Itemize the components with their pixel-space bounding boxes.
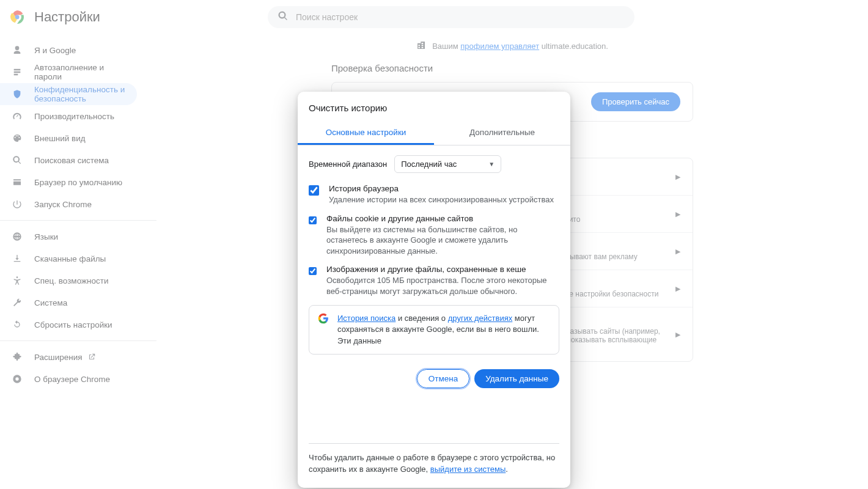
chevron-down-icon: ▼ xyxy=(488,161,495,167)
time-range-label: Временной диапазон xyxy=(309,160,387,169)
option-sub: Освободится 105 МБ пространства. После э… xyxy=(326,275,559,296)
other-activity-link[interactable]: других действиях xyxy=(448,314,513,323)
tab-basic[interactable]: Основные настройки xyxy=(298,120,434,145)
checkbox-browsing-history[interactable] xyxy=(309,185,319,196)
checkbox-cached-images[interactable] xyxy=(309,266,317,276)
time-range-dropdown[interactable]: Последний час ▼ xyxy=(394,155,501,173)
cancel-button[interactable]: Отмена xyxy=(417,369,469,388)
google-account-note: История поиска и сведения о других дейст… xyxy=(309,305,559,355)
dialog-footer: Чтобы удалить данные о работе в браузере… xyxy=(298,444,570,488)
checkbox-cookies[interactable] xyxy=(309,215,317,226)
option-title: Файлы cookie и другие данные сайтов xyxy=(326,214,559,223)
option-title: Изображения и другие файлы, сохраненные … xyxy=(326,265,559,274)
time-range-value: Последний час xyxy=(401,160,457,169)
option-title: История браузера xyxy=(329,184,554,193)
note-text: История поиска и сведения о других дейст… xyxy=(337,313,550,347)
clear-data-button[interactable]: Удалить данные xyxy=(474,369,559,388)
google-icon xyxy=(318,313,329,324)
option-sub: Удаление истории на всех синхронизирован… xyxy=(329,194,554,205)
dialog-title: Очистить историю xyxy=(298,92,570,120)
tab-advanced[interactable]: Дополнительные xyxy=(434,120,570,145)
search-history-link[interactable]: История поиска xyxy=(337,314,395,323)
option-sub: Вы выйдете из системы на большинстве сай… xyxy=(326,224,559,257)
sign-out-link[interactable]: выйдите из системы xyxy=(430,465,506,474)
clear-browsing-data-dialog: Очистить историю Основные настройки Допо… xyxy=(298,92,570,488)
